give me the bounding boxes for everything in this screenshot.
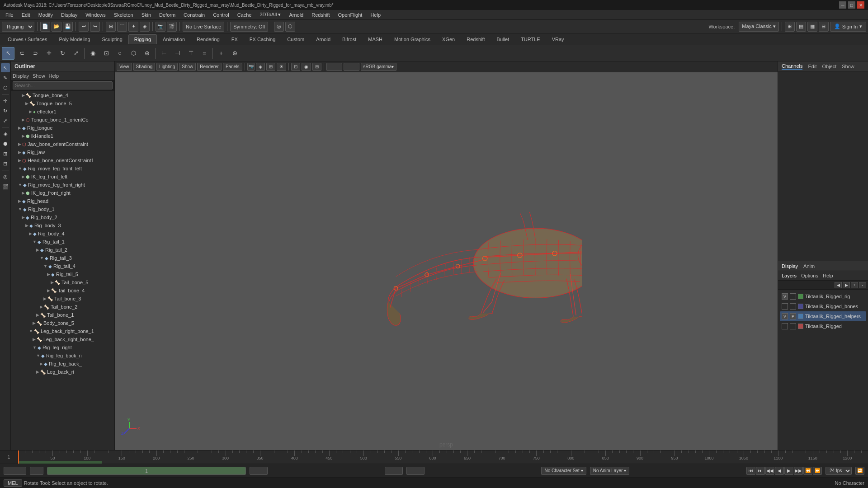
symmetry-btn[interactable]: Symmetry: Off (230, 22, 268, 32)
xray-btn[interactable]: ◎ (274, 22, 284, 32)
shelf-tab-vray[interactable]: VRay (546, 34, 570, 44)
playback-end-input[interactable]: 120 (250, 467, 268, 475)
menu-file[interactable]: File (2, 11, 17, 19)
cube-btn[interactable]: ⬡ (127, 47, 140, 60)
weight-btn[interactable]: ⊞ (1, 149, 10, 158)
vp-value2-input[interactable]: 1.00 (344, 63, 359, 71)
outliner-item[interactable]: ▼◆Rig_tail_1 (11, 238, 114, 246)
paint-select-btn[interactable]: ⊃ (29, 47, 42, 60)
outliner-item[interactable]: ▼◆Rig_move_leg_front_left (11, 164, 114, 173)
redo-btn[interactable]: ↪ (90, 22, 100, 32)
vp-perspective-btn[interactable]: ◈ (256, 63, 265, 71)
outliner-list[interactable]: ▶🦴Tongue_bone_4▶🦴Tongue_bone_5▶●effector… (11, 91, 114, 450)
vp-shading-menu[interactable]: Shading (133, 63, 156, 71)
vp-panels-menu[interactable]: Panels (223, 63, 242, 71)
outliner-item[interactable]: ▶🦴Tongue_bone_4 (11, 91, 114, 99)
outliner-item[interactable]: ▶🦴Body_bone_5 (11, 319, 114, 327)
no-anim-layer-btn[interactable]: No Anim Layer ▾ (590, 467, 630, 475)
layer-playback-btn[interactable] (790, 293, 796, 300)
snap-together-btn[interactable]: ⊢ (157, 47, 170, 60)
outliner-item[interactable]: ▼◆Rig_tail_4 (11, 262, 114, 270)
next-frame-btn[interactable]: ▶▶ (794, 467, 803, 475)
selection-mode-btn[interactable]: ↖ (1, 63, 10, 72)
vp-camera-btn[interactable]: 📷 (247, 63, 255, 71)
play-forward-btn[interactable]: ▶ (784, 467, 793, 475)
close-button[interactable]: ✕ (857, 1, 864, 9)
prev-frame-btn[interactable]: ◀ (775, 467, 784, 475)
pin-btn[interactable]: ⊣ (171, 47, 184, 60)
shelf-tab-fxcaching[interactable]: FX Caching (244, 34, 281, 44)
outliner-item[interactable]: ▶🦴Tail_bone_1 (11, 311, 114, 319)
outliner-item[interactable]: ▼◆Rig_body_1 (11, 205, 114, 213)
layout-btn-1[interactable]: ⊞ (785, 22, 795, 32)
outliner-item[interactable]: ▶◆Rig_leg_back_ (11, 360, 114, 368)
fps-dropdown[interactable]: 24 fps 30 fps 60 fps (826, 467, 852, 475)
outliner-menu-show[interactable]: Show (33, 73, 45, 79)
layer-item[interactable]: V P Tiktaalik_Rigged_helpers (780, 311, 866, 321)
paint-btn[interactable]: ✎ (1, 73, 10, 82)
layout-btn-2[interactable]: ▤ (796, 22, 806, 32)
shelf-tab-bullet[interactable]: Bullet (491, 34, 515, 44)
outliner-item[interactable]: ▶⬡Tongue_bone_1_orientCo (11, 116, 114, 124)
anim-tab[interactable]: Anim (803, 263, 815, 269)
menu-deform[interactable]: Deform (156, 11, 179, 19)
options-tab[interactable]: Options (801, 273, 818, 278)
next-keyframe-btn[interactable]: ⏪ (803, 467, 812, 475)
outliner-item[interactable]: ▶🦴Tongue_bone_5 (11, 99, 114, 108)
vp-colorspace-btn[interactable]: sRGB gamma ▾ (361, 63, 397, 71)
menu-skin[interactable]: Skin (138, 11, 155, 19)
layer-add-btn[interactable]: + (851, 282, 858, 288)
time-ruler[interactable]: 5010015020025030035040045050055060065070… (18, 450, 868, 464)
outliner-item[interactable]: ▶⬡Head_bone_orientConstraint1 (11, 156, 114, 164)
snap-surface-btn[interactable]: ◈ (140, 22, 150, 32)
outliner-item[interactable]: ▶🦴Tail_bone_2 (11, 303, 114, 311)
outliner-menu-help[interactable]: Help (49, 73, 59, 79)
outliner-item[interactable]: ▼◆Rig_leg_right_ (11, 343, 114, 352)
vp-lighting-menu[interactable]: Lighting (156, 63, 178, 71)
move-tool-btn[interactable]: ✛ (42, 47, 55, 60)
ik-btn[interactable]: ⬢ (1, 139, 10, 148)
outliner-item[interactable]: ▶🦴Tail_bone_4 (11, 286, 114, 295)
vp-light-btn[interactable]: ☀ (277, 63, 286, 71)
status-mode[interactable]: MEL (4, 479, 22, 487)
outliner-item[interactable]: ▶◆Rig_jaw (11, 148, 114, 156)
pivot-btn[interactable]: ⊤ (184, 47, 197, 60)
joint-btn[interactable]: ◈ (1, 129, 10, 138)
start-frame-input[interactable]: 1 (4, 467, 26, 475)
shelf-tab-rendering[interactable]: Rendering (191, 34, 226, 44)
menu-cache[interactable]: Cache (234, 11, 255, 19)
layer-playback-btn[interactable]: P (790, 313, 796, 319)
layer-playback-btn[interactable] (790, 303, 796, 310)
outliner-item[interactable]: ▼🦴Leg_back_right_bone_1 (11, 327, 114, 335)
vp-wireframe-btn[interactable]: ⊡ (291, 63, 300, 71)
layer-remove-btn[interactable]: - (859, 282, 866, 288)
help-tab[interactable]: Help (823, 273, 833, 278)
menu-control[interactable]: Control (209, 11, 232, 19)
vp-texture-btn[interactable]: ⊞ (312, 63, 321, 71)
restore-button[interactable]: □ (848, 1, 855, 9)
prev-keyframe-btn[interactable]: ◀◀ (765, 467, 774, 475)
outliner-item[interactable]: ▶◆Rig_tail_5 (11, 270, 114, 278)
layer-playback-btn[interactable] (790, 323, 796, 329)
outliner-item[interactable]: ▼◆Rig_tail_3 (11, 254, 114, 262)
shelf-tab-turtle[interactable]: TURTLE (515, 34, 546, 44)
playback-range-bar[interactable]: 1 (47, 467, 246, 475)
new-scene-btn[interactable]: 📄 (40, 22, 50, 32)
menu-openflight[interactable]: OpenFlight (335, 11, 366, 19)
vp-value1-input[interactable]: 0.00 (326, 63, 342, 71)
shelf-tab-custom[interactable]: Custom (281, 34, 310, 44)
scale-btn[interactable]: ⤢ (1, 116, 10, 125)
open-btn[interactable]: 📂 (52, 22, 61, 32)
layer-visibility-btn[interactable]: V (782, 313, 788, 319)
menu-skeleton[interactable]: Skeleton (110, 11, 137, 19)
current-frame-input[interactable]: 1 (30, 467, 43, 475)
step-back-btn[interactable]: ⏭ (756, 467, 765, 475)
menu-arnold[interactable]: Arnold (285, 11, 307, 19)
rigging-dropdown[interactable]: Rigging (2, 22, 34, 32)
layer-item[interactable]: Tiktaalik_Rigged_bones (780, 301, 866, 311)
shelf-tab-rigging[interactable]: Rigging (128, 34, 157, 44)
outliner-item[interactable]: ▶🦴Tail_bone_3 (11, 295, 114, 303)
menu-edit[interactable]: Edit (18, 11, 34, 19)
outliner-item[interactable]: ▶🦴Leg_back_right_bone_ (11, 335, 114, 343)
sculpt-btn[interactable]: ⬡ (1, 83, 10, 92)
